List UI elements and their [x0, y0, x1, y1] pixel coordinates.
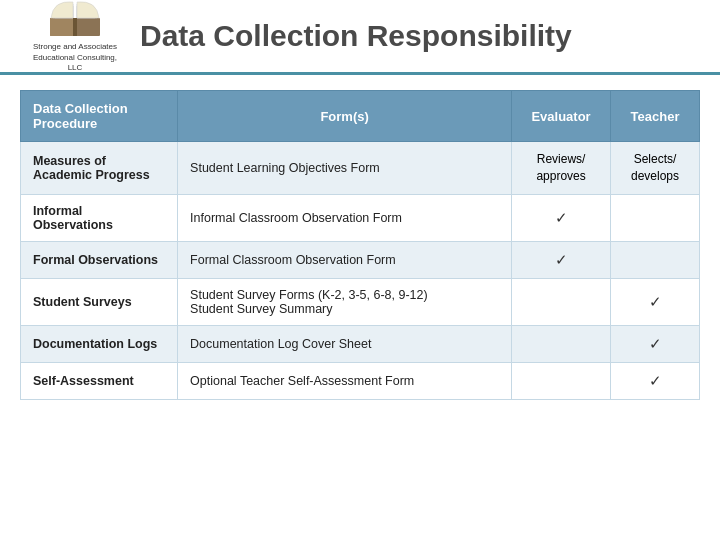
cell-evaluator: Reviews/ approves [512, 142, 611, 195]
cell-teacher: ✓ [611, 278, 700, 325]
cell-forms: Student Learning Objectives Form [178, 142, 512, 195]
cell-procedure: Student Surveys [21, 278, 178, 325]
cell-evaluator [512, 278, 611, 325]
data-collection-table: Data CollectionProcedure Form(s) Evaluat… [20, 90, 700, 400]
table-row: Measures of Academic ProgressStudent Lea… [21, 142, 700, 195]
cell-forms: Documentation Log Cover Sheet [178, 325, 512, 362]
cell-procedure: Self-Assessment [21, 362, 178, 399]
page-header: Stronge and Associates Educational Consu… [0, 0, 720, 75]
table-row: Self-AssessmentOptional Teacher Self-Ass… [21, 362, 700, 399]
cell-procedure: Measures of Academic Progress [21, 142, 178, 195]
cell-evaluator [512, 362, 611, 399]
table-header-row: Data CollectionProcedure Form(s) Evaluat… [21, 91, 700, 142]
logo-icon [45, 0, 105, 40]
cell-procedure: Formal Observations [21, 241, 178, 278]
cell-forms: Formal Classroom Observation Form [178, 241, 512, 278]
cell-teacher: ✓ [611, 325, 700, 362]
main-content: Data CollectionProcedure Form(s) Evaluat… [0, 75, 720, 415]
cell-procedure: Informal Observations [21, 194, 178, 241]
table-row: Documentation LogsDocumentation Log Cove… [21, 325, 700, 362]
col-header-evaluator: Evaluator [512, 91, 611, 142]
cell-forms: Informal Classroom Observation Form [178, 194, 512, 241]
cell-teacher [611, 241, 700, 278]
logo-area: Stronge and Associates Educational Consu… [20, 0, 130, 74]
table-row: Student SurveysStudent Survey Forms (K-2… [21, 278, 700, 325]
logo-text: Stronge and Associates Educational Consu… [33, 42, 117, 73]
cell-evaluator [512, 325, 611, 362]
col-header-forms: Form(s) [178, 91, 512, 142]
svg-rect-2 [73, 18, 77, 36]
cell-teacher: Selects/ develops [611, 142, 700, 195]
page-title: Data Collection Responsibility [140, 19, 572, 53]
cell-forms: Student Survey Forms (K-2, 3-5, 6-8, 9-1… [178, 278, 512, 325]
cell-evaluator: ✓ [512, 241, 611, 278]
table-row: Informal ObservationsInformal Classroom … [21, 194, 700, 241]
table-row: Formal ObservationsFormal Classroom Obse… [21, 241, 700, 278]
cell-evaluator: ✓ [512, 194, 611, 241]
svg-rect-1 [50, 18, 75, 36]
col-header-teacher: Teacher [611, 91, 700, 142]
cell-teacher: ✓ [611, 362, 700, 399]
cell-forms: Optional Teacher Self-Assessment Form [178, 362, 512, 399]
cell-teacher [611, 194, 700, 241]
col-header-procedure: Data CollectionProcedure [21, 91, 178, 142]
cell-procedure: Documentation Logs [21, 325, 178, 362]
